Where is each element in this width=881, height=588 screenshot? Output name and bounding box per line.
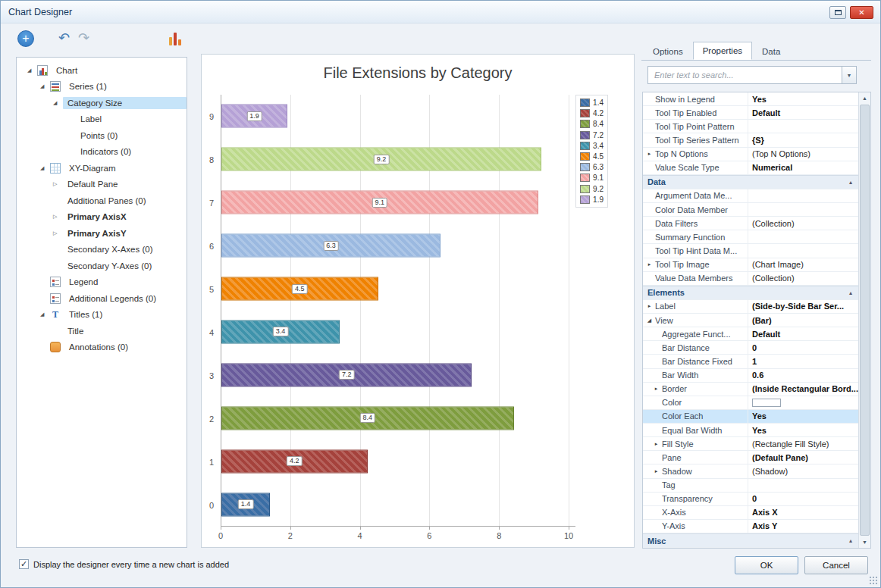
collapse-icon[interactable]: ◢ (40, 165, 50, 171)
property-row[interactable]: ▸Shadow(Shadow) (643, 464, 858, 478)
property-row[interactable]: Bar Distance0 (643, 341, 858, 355)
property-row[interactable]: Bar Width0.6 (643, 369, 858, 383)
property-row[interactable]: Bar Distance Fixed1 (643, 355, 858, 368)
legend-entry[interactable]: 1.9 (580, 195, 604, 204)
legend-entry[interactable]: 6.3 (580, 163, 604, 171)
property-row[interactable]: Value Data Members(Collection) (643, 272, 858, 286)
tree-item[interactable]: Indicators (0) (17, 144, 187, 161)
property-row[interactable]: Transparency0 (643, 493, 858, 506)
tree-item[interactable]: ▷Default Pane (17, 177, 187, 193)
property-row[interactable]: ▸Border(Inside Rectangular Bord... (643, 383, 858, 396)
property-value[interactable]: Axis Y (748, 520, 858, 533)
tree-item[interactable]: Title (17, 323, 187, 339)
property-value[interactable] (748, 230, 858, 243)
expand-icon[interactable]: ▸ (652, 468, 660, 474)
collapse-icon[interactable]: ◢ (40, 311, 50, 317)
property-row[interactable]: Y-AxisAxis Y (643, 520, 858, 533)
property-row[interactable]: Color EachYes (643, 410, 858, 424)
legend-entry[interactable]: 1.4 (580, 99, 604, 107)
bar-category-6[interactable]: 6.3 (221, 234, 440, 258)
resize-grip[interactable] (869, 576, 878, 585)
close-button[interactable]: ✕ (850, 6, 873, 19)
property-row[interactable]: Color (643, 396, 858, 410)
collapse-icon[interactable]: ▴ (843, 534, 858, 547)
bar-category-3[interactable]: 7.2 (221, 363, 472, 386)
tree-item[interactable]: Points (0) (17, 127, 187, 144)
appearance-button[interactable] (168, 30, 184, 46)
expand-icon[interactable]: ▸ (645, 151, 654, 157)
legend-entry[interactable]: 9.1 (580, 174, 604, 182)
property-value[interactable] (748, 120, 858, 133)
tab-data[interactable]: Data (752, 43, 790, 60)
property-row[interactable]: Summary Function (643, 230, 858, 244)
property-row[interactable]: Pane(Default Pane) (643, 451, 858, 464)
property-value[interactable] (748, 203, 858, 216)
property-row[interactable]: Aggregate Funct...Default (643, 327, 858, 341)
search-dropdown-button[interactable]: ▼ (842, 67, 856, 83)
tree-item[interactable]: Secondary X-Axes (0) (17, 242, 187, 258)
tree-item[interactable]: Label (17, 111, 187, 128)
scroll-thumb[interactable] (860, 105, 870, 536)
scrollbar[interactable]: ▲ ▼ (858, 92, 870, 548)
property-value[interactable]: Axis X (748, 506, 858, 519)
property-category-elements[interactable]: Elements▴ (643, 286, 858, 300)
display-designer-checkbox[interactable] (19, 559, 29, 569)
tree-item[interactable]: ◢Chart (17, 62, 187, 79)
tree-item[interactable]: Additional Panes (0) (17, 192, 187, 209)
tree-item[interactable]: Additional Legends (0) (17, 290, 187, 307)
property-value[interactable]: (Default Pane) (748, 451, 858, 464)
property-row[interactable]: Color Data Member (643, 203, 858, 217)
property-row[interactable]: Tool Tip Hint Data M... (643, 244, 858, 258)
expand-icon[interactable]: ▷ (53, 230, 63, 236)
legend-entry[interactable]: 7.2 (580, 131, 604, 139)
property-row[interactable]: Tag (643, 479, 858, 493)
collapse-icon[interactable]: ▴ (843, 286, 858, 299)
maximize-button[interactable] (829, 6, 846, 19)
property-row[interactable]: Value Scale TypeNumerical (643, 161, 858, 175)
property-value[interactable]: (Collection) (748, 272, 858, 285)
scroll-down-icon[interactable]: ▼ (859, 536, 870, 548)
property-row[interactable]: Equal Bar WidthYes (643, 424, 858, 437)
property-row[interactable]: ▸Top N Options(Top N Options) (643, 148, 858, 161)
titlebar[interactable]: Chart Designer ✕ (1, 1, 880, 23)
expand-icon[interactable]: ▸ (652, 386, 660, 392)
property-value[interactable] (748, 479, 858, 492)
bar-category-5[interactable]: 4.5 (221, 277, 378, 301)
property-value[interactable]: 0 (748, 493, 858, 505)
property-value[interactable]: Default (748, 327, 858, 340)
search-input[interactable] (648, 67, 842, 83)
collapse-icon[interactable]: ◢ (40, 83, 50, 89)
expand-icon[interactable]: ▸ (645, 303, 654, 309)
collapse-icon[interactable]: ▴ (843, 176, 858, 189)
property-value[interactable]: (Chart Image) (748, 258, 858, 271)
property-value[interactable]: 1 (748, 355, 858, 368)
property-value[interactable]: (Rectangle Fill Style) (748, 437, 858, 450)
legend-entry[interactable]: 3.4 (580, 142, 604, 150)
property-value[interactable]: (Side-by-Side Bar Ser... (748, 300, 858, 313)
expand-icon[interactable]: ▷ (53, 214, 63, 220)
bar-category-0[interactable]: 1.4 (221, 493, 270, 516)
bar-category-2[interactable]: 8.4 (221, 406, 514, 430)
property-value[interactable]: (Bar) (748, 314, 858, 327)
property-value[interactable]: {S} (748, 133, 858, 146)
tree-item[interactable]: ◢Series (1) (17, 79, 187, 95)
legend-entry[interactable]: 4.2 (580, 109, 604, 117)
collapse-icon[interactable]: ◢ (53, 100, 63, 106)
property-row[interactable]: Show in LegendYes (643, 92, 858, 106)
property-value[interactable]: Yes (748, 92, 858, 105)
property-value[interactable]: (Top N Options) (748, 148, 858, 161)
bar-category-7[interactable]: 9.1 (221, 191, 538, 214)
bar-category-8[interactable]: 9.2 (221, 148, 541, 171)
tree-item[interactable]: ◢Category Size (17, 95, 187, 111)
property-row[interactable]: Tool Tip Series Pattern{S} (643, 133, 858, 147)
property-value[interactable]: Yes (748, 424, 858, 436)
tree-item[interactable]: Legend (17, 274, 187, 291)
tab-options[interactable]: Options (643, 43, 693, 60)
property-row[interactable]: ◢View(Bar) (643, 314, 858, 327)
redo-button[interactable]: ↷ (78, 30, 89, 46)
legend-entry[interactable]: 4.5 (580, 152, 604, 161)
tree-item[interactable]: Secondary Y-Axes (0) (17, 258, 187, 274)
property-row[interactable]: ▸Label(Side-by-Side Bar Ser... (643, 300, 858, 314)
property-category-data[interactable]: Data▴ (643, 175, 858, 189)
collapse-icon[interactable]: ◢ (27, 67, 37, 74)
